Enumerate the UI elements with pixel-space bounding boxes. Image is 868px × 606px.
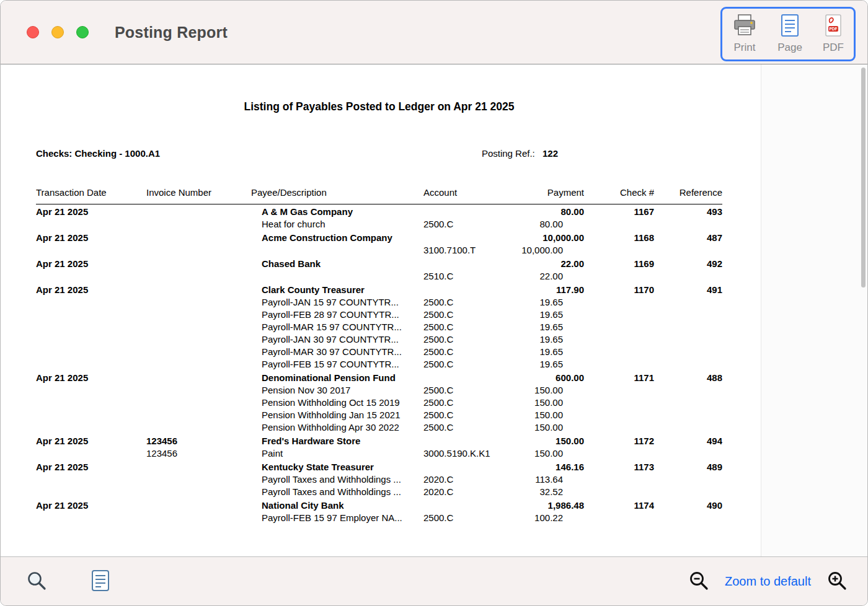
entry-row: Apr 21 2025Acme Construction Company10,0… <box>36 232 722 244</box>
detail-empty <box>36 309 146 321</box>
detail-account: 2500.C <box>423 321 513 333</box>
entry-payment: 10,000.00 <box>513 232 584 244</box>
detail-empty-reference <box>654 346 722 358</box>
magnifier-tool-button[interactable] <box>25 569 48 594</box>
detail-account: 3100.7100.T <box>423 244 513 257</box>
entry-payment: 600.00 <box>513 372 584 384</box>
pdf-button[interactable]: PDF PDF <box>823 14 844 54</box>
column-header-account: Account <box>423 187 513 204</box>
scroll-gutter <box>761 64 867 556</box>
entry-date: Apr 21 2025 <box>36 258 146 270</box>
detail-description: Heat for church <box>251 218 423 231</box>
page-setup-button[interactable]: Page <box>777 14 802 54</box>
detail-empty <box>36 384 146 397</box>
detail-account: 2510.C <box>423 270 513 283</box>
detail-empty-reference <box>654 421 722 434</box>
entry-account <box>423 461 513 473</box>
report-meta-row: Checks: Checking - 1000.A1 Posting Ref.:… <box>36 148 722 159</box>
detail-description: Pension Withholding Oct 15 2019 <box>251 397 423 409</box>
entry-invoice-number <box>146 206 251 218</box>
minimize-button[interactable] <box>51 26 64 38</box>
entry-account <box>423 372 513 384</box>
posting-report-window: Posting Report Print <box>0 0 868 606</box>
svg-text:PDF: PDF <box>829 27 837 31</box>
report-viewport: Listing of Payables Posted to Ledger on … <box>1 64 867 556</box>
detail-row: Pension Withholding Jan 15 20212500.C150… <box>36 409 722 421</box>
table-body: Apr 21 2025A & M Gas Company80.001167493… <box>36 206 722 524</box>
entry-payee: National City Bank <box>251 499 423 512</box>
detail-empty-check <box>584 358 654 371</box>
report-table: Transaction Date Invoice Number Payee/De… <box>36 187 722 524</box>
entry-reference: 490 <box>654 499 722 512</box>
detail-amount: 113.64 <box>513 473 584 486</box>
zoom-in-button[interactable] <box>827 571 847 592</box>
detail-account: 2500.C <box>423 358 513 371</box>
entry-check-number: 1173 <box>584 461 654 473</box>
close-button[interactable] <box>27 26 39 38</box>
detail-empty-check <box>584 218 654 231</box>
entry-invoice-number <box>146 372 251 384</box>
page-button-label: Page <box>777 42 802 54</box>
fullscreen-button[interactable] <box>76 26 89 38</box>
detail-empty <box>36 296 146 309</box>
toolbar-highlight-group: Print Page <box>720 7 856 61</box>
detail-empty <box>36 321 146 333</box>
entry-account <box>423 258 513 270</box>
detail-empty-check <box>584 473 654 486</box>
entry-invoice-number <box>146 284 251 296</box>
print-button[interactable]: Print <box>732 14 757 54</box>
entry-payee: A & M Gas Company <box>251 206 423 218</box>
page-icon <box>780 14 800 39</box>
detail-empty-check <box>584 397 654 409</box>
entry-account <box>423 499 513 512</box>
detail-invoice-number <box>146 397 251 409</box>
detail-empty-reference <box>654 473 722 486</box>
detail-empty-reference <box>654 296 722 309</box>
detail-invoice-number <box>146 296 251 309</box>
detail-empty-check <box>584 333 654 346</box>
detail-account: 2500.C <box>423 296 513 309</box>
detail-empty <box>36 218 146 231</box>
column-header-invoice-number: Invoice Number <box>146 187 251 204</box>
detail-row: Payroll-JAN 30 97 COUNTYTR...2500.C19.65 <box>36 333 722 346</box>
entry-row: Apr 21 2025Kentucky State Treasurer146.1… <box>36 461 722 473</box>
detail-row: Payroll-FEB 28 97 COUNTYTR...2500.C19.65 <box>36 309 722 321</box>
report-text-view-button[interactable] <box>91 569 110 594</box>
entry-payment: 22.00 <box>513 258 584 270</box>
zoom-out-button[interactable] <box>689 571 709 592</box>
zoom-to-default-link[interactable]: Zoom to default <box>725 574 811 589</box>
detail-empty-reference <box>654 358 722 371</box>
detail-empty <box>36 486 146 498</box>
entry-check-number: 1169 <box>584 258 654 270</box>
detail-description: Payroll-FEB 15 97 Employer NA... <box>251 512 423 524</box>
entry-row: Apr 21 2025Chased Bank22.001169492 <box>36 258 722 270</box>
detail-empty-reference <box>654 270 722 283</box>
detail-row: 2510.C22.00 <box>36 270 722 283</box>
detail-account: 2500.C <box>423 346 513 358</box>
detail-amount: 100.22 <box>513 512 584 524</box>
detail-empty-reference <box>654 397 722 409</box>
entry-row: Apr 21 2025A & M Gas Company80.001167493 <box>36 206 722 218</box>
detail-empty-reference <box>654 409 722 421</box>
detail-empty <box>36 397 146 409</box>
detail-description: Pension Withholding Apr 30 2022 <box>251 421 423 434</box>
detail-empty-check <box>584 409 654 421</box>
detail-row: Pension Withholding Oct 15 20192500.C150… <box>36 397 722 409</box>
entry-payee: Chased Bank <box>251 258 423 270</box>
detail-description: Pension Withholding Jan 15 2021 <box>251 409 423 421</box>
detail-account: 2500.C <box>423 333 513 346</box>
detail-description: Payroll-MAR 15 97 COUNTYTR... <box>251 321 423 333</box>
detail-empty <box>36 447 146 460</box>
entry-payment: 146.16 <box>513 461 584 473</box>
detail-amount: 150.00 <box>513 384 584 397</box>
vertical-scrollbar[interactable] <box>861 68 866 288</box>
detail-description: Payroll-FEB 28 97 COUNTYTR... <box>251 309 423 321</box>
pdf-button-label: PDF <box>823 42 844 54</box>
detail-description: Payroll-FEB 15 97 COUNTYTR... <box>251 358 423 371</box>
entry-account <box>423 435 513 447</box>
entry-reference: 489 <box>654 461 722 473</box>
entry-payment: 80.00 <box>513 206 584 218</box>
detail-account: 2500.C <box>423 512 513 524</box>
detail-account: 2020.C <box>423 486 513 498</box>
detail-row: 123456Paint3000.5190.K.K1150.00 <box>36 447 722 460</box>
